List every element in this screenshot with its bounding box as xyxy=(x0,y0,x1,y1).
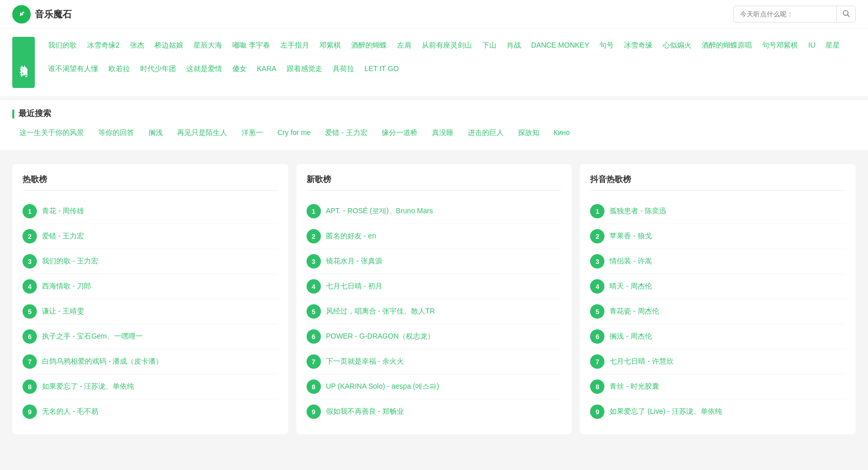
recent-keyword-11[interactable]: Кино xyxy=(547,126,577,140)
chart-item-2-5[interactable]: 6搁浅 - 周杰伦 xyxy=(590,324,845,349)
chart-item-0-2[interactable]: 3我们的歌 - 王力宏 xyxy=(23,249,278,274)
chart-item-2-0[interactable]: 1孤独患者 - 陈奕迅 xyxy=(590,199,845,224)
hot-keyword-25[interactable]: 傻女 xyxy=(227,62,252,76)
chart-item-1-2[interactable]: 3镜花水月 - 张真源 xyxy=(307,249,562,274)
chart-song-1-3[interactable]: 七月七日晴 - 初月 xyxy=(326,282,382,291)
chart-item-2-1[interactable]: 2苹果香 - 狼戈 xyxy=(590,224,845,249)
chart-song-1-7[interactable]: UP (KARINA Solo) - aespa (에스파) xyxy=(326,382,439,391)
hot-keyword-17[interactable]: 酒醉的蝴蝶原唱 xyxy=(697,39,757,52)
search-input[interactable] xyxy=(734,7,836,21)
hot-keyword-29[interactable]: LET IT GO xyxy=(359,62,404,75)
chart-song-1-4[interactable]: 风经过，唱离合 - 张宇佳、散人TR xyxy=(326,307,435,316)
chart-item-2-3[interactable]: 4晴天 - 周杰伦 xyxy=(590,274,845,299)
chart-item-0-5[interactable]: 6执子之手 - 宝石Gem、一嘿哩一 xyxy=(23,324,278,349)
chart-item-1-0[interactable]: 1APT. - ROSÉ (로제)、Bruno Mars xyxy=(307,199,562,224)
chart-song-0-4[interactable]: 谦让 - 王靖雯 xyxy=(42,307,84,316)
chart-song-2-0[interactable]: 孤独患者 - 陈奕迅 xyxy=(610,207,666,216)
chart-song-2-1[interactable]: 苹果香 - 狼戈 xyxy=(610,232,652,241)
chart-song-0-5[interactable]: 执子之手 - 宝石Gem、一嘿哩一 xyxy=(42,332,143,341)
chart-item-2-7[interactable]: 8青丝 - 时光胶囊 xyxy=(590,374,845,399)
chart-song-1-0[interactable]: APT. - ROSÉ (로제)、Bruno Mars xyxy=(326,207,433,216)
chart-item-0-4[interactable]: 5谦让 - 王靖雯 xyxy=(23,299,278,324)
recent-keyword-9[interactable]: 进击的巨人 xyxy=(461,126,511,140)
chart-song-0-0[interactable]: 青花 - 周传雄 xyxy=(42,207,84,216)
chart-song-2-6[interactable]: 七月七日晴 - 许慧欣 xyxy=(610,357,673,366)
chart-song-2-4[interactable]: 青花瓷 - 周杰伦 xyxy=(610,307,659,316)
hot-keyword-26[interactable]: KARA xyxy=(252,62,281,75)
recent-keyword-2[interactable]: 搁浅 xyxy=(141,126,170,140)
hot-keyword-5[interactable]: 嘟呶 李宇春 xyxy=(227,39,275,52)
hot-keyword-4[interactable]: 星辰大海 xyxy=(188,39,227,52)
hot-keyword-13[interactable]: DANCE MONKEY xyxy=(526,39,595,51)
chart-song-1-2[interactable]: 镜花水月 - 张真源 xyxy=(326,257,382,266)
recent-keyword-4[interactable]: 洋葱一 xyxy=(234,126,270,140)
chart-song-0-1[interactable]: 爱错 - 王力宏 xyxy=(42,232,84,241)
chart-item-0-3[interactable]: 4西海情歌 - 刀郎 xyxy=(23,274,278,299)
chart-item-1-1[interactable]: 2匿名的好友 - en xyxy=(307,224,562,249)
chart-item-1-5[interactable]: 6POWER - G-DRAGON（权志龙） xyxy=(307,324,562,349)
search-button[interactable] xyxy=(836,6,855,22)
chart-song-2-8[interactable]: 如果爱忘了 (Live) - 汪苏泷、单依纯 xyxy=(610,407,722,416)
chart-song-0-7[interactable]: 如果爱忘了 - 汪苏泷、单依纯 xyxy=(42,382,134,391)
recent-keywords-container: 这一生关于你的风景等你的回答搁浅再见只是陌生人洋葱一Cry for me爱错 -… xyxy=(12,126,856,140)
chart-item-0-8[interactable]: 9无名的人 - 毛不易 xyxy=(23,399,278,424)
hot-keyword-14[interactable]: 句号 xyxy=(594,39,619,52)
chart-item-1-3[interactable]: 4七月七日晴 - 初月 xyxy=(307,274,562,299)
hot-keyword-28[interactable]: 具荷拉 xyxy=(328,62,359,76)
hot-keyword-22[interactable]: 欧若拉 xyxy=(103,62,135,76)
hot-keyword-23[interactable]: 时代少年团 xyxy=(135,62,181,76)
chart-item-0-7[interactable]: 8如果爱忘了 - 汪苏泷、单依纯 xyxy=(23,374,278,399)
hot-keyword-19[interactable]: IU xyxy=(803,39,820,51)
chart-song-1-6[interactable]: 下一页就是幸福 - 余火火 xyxy=(326,357,404,366)
hot-keyword-7[interactable]: 邓紫棋 xyxy=(314,39,346,52)
chart-song-2-3[interactable]: 晴天 - 周杰伦 xyxy=(610,282,652,291)
recent-keyword-0[interactable]: 这一生关于你的风景 xyxy=(12,126,91,140)
recent-keyword-6[interactable]: 爱错 - 王力宏 xyxy=(318,126,374,140)
hot-keyword-24[interactable]: 这就是爱情 xyxy=(181,62,227,76)
hot-keyword-8[interactable]: 酒醉的蝴蝶 xyxy=(346,39,392,52)
chart-song-1-5[interactable]: POWER - G-DRAGON（权志龙） xyxy=(326,332,435,341)
hot-keyword-11[interactable]: 下山 xyxy=(477,39,502,52)
chart-song-1-1[interactable]: 匿名的好友 - en xyxy=(326,232,376,241)
chart-item-0-6[interactable]: 7白鸽乌鸦相爱的戏码 - 潘成（皮卡潘） xyxy=(23,349,278,374)
hot-keyword-9[interactable]: 左肩 xyxy=(392,39,417,52)
hot-keyword-16[interactable]: 心似煽火 xyxy=(658,39,697,52)
recent-keyword-3[interactable]: 再见只是陌生人 xyxy=(170,126,234,140)
chart-item-1-6[interactable]: 7下一页就是幸福 - 余火火 xyxy=(307,349,562,374)
chart-item-0-1[interactable]: 2爱错 - 王力宏 xyxy=(23,224,278,249)
hot-keyword-15[interactable]: 冰雪奇缘 xyxy=(619,39,658,52)
chart-song-2-7[interactable]: 青丝 - 时光胶囊 xyxy=(610,382,659,391)
hot-keyword-1[interactable]: 冰雪奇缘2 xyxy=(82,39,125,52)
hot-keyword-10[interactable]: 从前有座灵剑山 xyxy=(417,39,477,52)
chart-song-0-8[interactable]: 无名的人 - 毛不易 xyxy=(42,407,98,416)
chart-song-2-2[interactable]: 情侣装 - 许嵩 xyxy=(610,257,652,266)
hot-keyword-27[interactable]: 跟着感觉走 xyxy=(281,62,328,76)
hot-keyword-20[interactable]: 星星 xyxy=(820,39,845,52)
chart-song-2-5[interactable]: 搁浅 - 周杰伦 xyxy=(610,332,652,341)
hot-search-section: 热搜词 我们的歌冰雪奇缘2张杰桥边姑娘星辰大海嘟呶 李宇春左手指月邓紫棋酒醉的蝴… xyxy=(0,29,868,96)
recent-keyword-10[interactable]: 探故知 xyxy=(511,126,547,140)
chart-item-1-4[interactable]: 5风经过，唱离合 - 张宇佳、散人TR xyxy=(307,299,562,324)
hot-keyword-2[interactable]: 张杰 xyxy=(125,39,149,52)
recent-keyword-1[interactable]: 等你的回答 xyxy=(91,126,141,140)
hot-keyword-21[interactable]: 谁不渴望有人懂 xyxy=(43,62,103,76)
chart-item-2-2[interactable]: 3情侣装 - 许嵩 xyxy=(590,249,845,274)
chart-song-0-2[interactable]: 我们的歌 - 王力宏 xyxy=(42,257,98,266)
chart-item-0-0[interactable]: 1青花 - 周传雄 xyxy=(23,199,278,224)
hot-keyword-18[interactable]: 句号邓紫棋 xyxy=(757,39,803,52)
chart-song-0-3[interactable]: 西海情歌 - 刀郎 xyxy=(42,282,91,291)
recent-keyword-7[interactable]: 缘分一道桥 xyxy=(375,126,425,140)
hot-keyword-3[interactable]: 桥边姑娘 xyxy=(149,39,188,52)
hot-keyword-0[interactable]: 我们的歌 xyxy=(43,39,82,52)
hot-keyword-6[interactable]: 左手指月 xyxy=(275,39,314,52)
chart-item-2-4[interactable]: 5青花瓷 - 周杰伦 xyxy=(590,299,845,324)
recent-keyword-8[interactable]: 真没睡 xyxy=(425,126,461,140)
chart-song-1-8[interactable]: 假如我不再善良 - 郑畅业 xyxy=(326,407,404,416)
chart-song-0-6[interactable]: 白鸽乌鸦相爱的戏码 - 潘成（皮卡潘） xyxy=(42,357,163,366)
chart-item-2-8[interactable]: 9如果爱忘了 (Live) - 汪苏泷、单依纯 xyxy=(590,399,845,424)
chart-item-1-8[interactable]: 9假如我不再善良 - 郑畅业 xyxy=(307,399,562,424)
chart-item-2-6[interactable]: 7七月七日晴 - 许慧欣 xyxy=(590,349,845,374)
hot-keyword-12[interactable]: 肖战 xyxy=(502,39,526,52)
recent-keyword-5[interactable]: Cry for me xyxy=(270,126,318,140)
chart-item-1-7[interactable]: 8UP (KARINA Solo) - aespa (에스파) xyxy=(307,374,562,399)
